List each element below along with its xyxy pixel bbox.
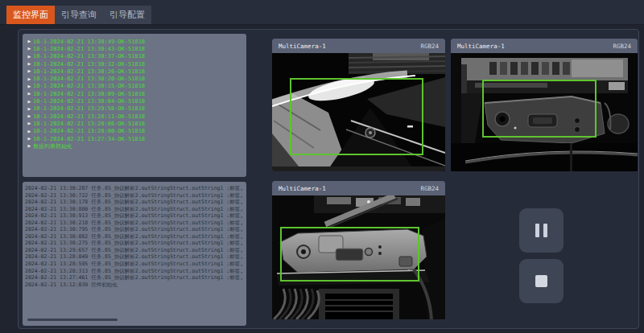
result-tree-panel: ▶ 10-1-2024-02-21 13:30:49-OK-51818 ▶ 10… — [23, 34, 246, 177]
log-line: 2024-02-21 13:28:595 任务.85_协议解析2.outStri… — [25, 261, 244, 268]
tree-item-label: 10-1-2024-02-21 13:28:00-OK-51818 — [33, 128, 145, 134]
log-horizontal-scrollbar[interactable] — [27, 319, 118, 321]
camera-format-badge: RGB24 — [613, 43, 631, 50]
chevron-right-icon: ▶ — [26, 113, 33, 120]
chevron-right-icon: ▶ — [26, 90, 33, 97]
camera-1-view — [272, 53, 445, 171]
tree-item-label: 10-1-2024-02-21 13:28:11-OK-51818 — [33, 113, 145, 120]
tree-item[interactable]: ▶ 10-1-2024-02-21 13:30:20-OK-51818 — [26, 75, 243, 82]
camera-3-view — [272, 195, 445, 319]
chevron-right-icon: ▶ — [26, 135, 33, 142]
tab-guide-query[interactable]: 引导查询 — [55, 6, 103, 24]
detection-box — [280, 227, 419, 282]
tree-item-label: 10-1-2024-02-21 13:29:58-OK-51818 — [33, 105, 145, 112]
chevron-right-icon: ▶ — [26, 105, 33, 113]
tab-bar: 监控界面 引导查询 引导配置 — [0, 0, 644, 25]
chevron-right-icon: ▶ — [26, 142, 33, 150]
camera-format-badge: RGB24 — [420, 185, 439, 192]
tab-monitor[interactable]: 监控界面 — [6, 6, 55, 24]
detection-box — [290, 78, 423, 155]
log-panel: 2024-02-21 13:30:287 任务.85_协议解析2.outStri… — [23, 182, 246, 326]
log-line: 2024-02-21 13:30:178 任务.85_协议解析2.outStri… — [25, 199, 244, 206]
tree-item-label: 10-1-2024-02-21 13:30:43-OK-51818 — [33, 46, 145, 52]
tree-item[interactable]: ▶ 10-1-2024-02-21 13:28:06-OK-51818 — [26, 120, 243, 127]
tree-item-label: 10-1-2024-02-21 13:30:20-OK-51818 — [33, 76, 145, 82]
log-line: 2024-02-21 13:27:461 任务.85_协议解析2.outStri… — [25, 274, 244, 282]
stop-button[interactable] — [519, 259, 564, 303]
log-line: 2024-02-21 13:30:218 任务.85_协议解析2.outStri… — [25, 220, 244, 227]
camera-title: MultiCamera-1 — [279, 185, 326, 192]
log-line: 2024-02-21 13:30:880 任务.85_协议解析2.outStri… — [25, 206, 244, 213]
chevron-right-icon: ▶ — [26, 76, 33, 83]
camera-title: MultiCamera-1 — [279, 43, 326, 50]
chevron-right-icon: ▶ — [26, 128, 33, 135]
log-line: 2024-02-21 13:28:313 任务.85_协议解析2.outStri… — [25, 268, 244, 275]
tree-item-label: 10-1-2024-02-21 13:30:15-OK-51818 — [33, 83, 145, 89]
log-line: 2024-02-21 13:12:039 控件初始化 — [25, 282, 244, 289]
camera-2-header: MultiCamera-1 RGB24 — [451, 39, 638, 53]
log-line: 2024-02-21 13:28:049 任务.85_协议解析2.outStri… — [25, 253, 244, 261]
stop-icon — [535, 275, 547, 287]
pause-button[interactable] — [519, 208, 564, 253]
log-line: 2024-02-21 13:30:722 任务.85_协议解析2.outStri… — [25, 192, 244, 199]
tree-item-label: 10-1-2024-02-21 13:30:26-OK-51818 — [33, 68, 145, 75]
chevron-right-icon: ▶ — [26, 98, 33, 105]
camera-2-view — [451, 53, 638, 171]
camera-panel-1: MultiCamera-1 RGB24 — [272, 39, 445, 171]
camera-format-badge: RGB24 — [420, 43, 439, 50]
tree-item[interactable]: ▶ 10-1-2024-02-21 13:30:09-OK-51818 — [26, 90, 243, 97]
camera-3-header: MultiCamera-1 RGB24 — [272, 181, 445, 195]
chevron-right-icon: ▶ — [26, 45, 33, 52]
log-line: 2024-02-21 13:30:082 任务.85_协议解析2.outStri… — [25, 233, 244, 240]
tree-item[interactable]: ▶ 10-1-2024-02-21 13:30:49-OK-51818 — [26, 38, 243, 45]
tree-item[interactable]: ▶ 10-1-2024-02-21 13:30:04-OK-51818 — [26, 97, 243, 105]
chevron-right-icon: ▶ — [26, 60, 33, 68]
chevron-right-icon: ▶ — [26, 38, 33, 45]
camera-panel-3: MultiCamera-1 RGB24 — [272, 181, 445, 319]
tree-item[interactable]: ▶ 10-1-2024-02-21 13:29:58-OK-51818 — [26, 105, 243, 113]
tab-guide-config[interactable]: 引导配置 — [103, 6, 151, 24]
tree-item-label: 数据列表初始化 — [33, 142, 72, 150]
tree-item-label: 10-1-2024-02-21 13:27:34-OK-51818 — [33, 136, 145, 142]
pause-icon — [535, 224, 547, 237]
tree-item[interactable]: ▶ 10-1-2024-02-21 13:30:37-OK-51818 — [26, 53, 243, 60]
detection-box — [482, 80, 597, 138]
log-line: 2024-02-21 13:30:275 任务.85_协议解析2.outStri… — [25, 240, 244, 247]
camera-title: MultiCamera-1 — [457, 43, 505, 50]
tree-item-label: 10-1-2024-02-21 13:30:32-OK-51818 — [33, 61, 145, 68]
vision-monitor-app: 监控界面 引导查询 引导配置 ▶ 10-1-2024-02-21 13:30:4… — [0, 0, 644, 333]
tree-item[interactable]: ▶ 10-1-2024-02-21 13:28:11-OK-51818 — [26, 113, 243, 120]
tree-item-label: 10-1-2024-02-21 13:28:06-OK-51818 — [33, 121, 145, 127]
chevron-right-icon: ▶ — [26, 83, 33, 90]
chevron-right-icon: ▶ — [26, 53, 33, 60]
tree-item[interactable]: ▶ 10-1-2024-02-21 13:30:26-OK-51818 — [26, 68, 243, 75]
camera-1-header: MultiCamera-1 RGB24 — [272, 39, 445, 53]
log-line: 2024-02-21 13:29:657 任务.85_协议解析2.outStri… — [25, 247, 244, 254]
tree-item[interactable]: ▶ 10-1-2024-02-21 13:30:15-OK-51818 — [26, 83, 243, 90]
chevron-right-icon: ▶ — [26, 68, 33, 75]
tree-item[interactable]: ▶ 10-1-2024-02-21 13:28:00-OK-51818 — [26, 128, 243, 135]
tree-item[interactable]: ▶ 10-1-2024-02-21 13:30:43-OK-51818 — [26, 45, 243, 52]
tree-item[interactable]: ▶ 10-1-2024-02-21 13:27:34-OK-51818 — [26, 135, 243, 142]
log-line: 2024-02-21 13:30:287 任务.85_协议解析2.outStri… — [25, 185, 244, 192]
log-line: 2024-02-21 13:30:913 任务.85_协议解析2.outStri… — [25, 212, 244, 220]
tree-item[interactable]: ▶ 10-1-2024-02-21 13:30:32-OK-51818 — [26, 60, 243, 68]
chevron-right-icon: ▶ — [26, 120, 33, 127]
tree-item-label: 10-1-2024-02-21 13:30:49-OK-51818 — [33, 39, 145, 45]
tree-item-label: 10-1-2024-02-21 13:30:04-OK-51818 — [33, 98, 145, 105]
log-line: 2024-02-21 13:30:795 任务.85_协议解析2.outStri… — [25, 226, 244, 233]
tree-item-label: 10-1-2024-02-21 13:30:37-OK-51818 — [33, 53, 145, 60]
tree-item-label: 10-1-2024-02-21 13:30:09-OK-51818 — [33, 91, 145, 97]
camera-panel-2: MultiCamera-1 RGB24 — [451, 39, 638, 171]
tree-item[interactable]: ▶ 数据列表初始化 — [26, 142, 243, 150]
